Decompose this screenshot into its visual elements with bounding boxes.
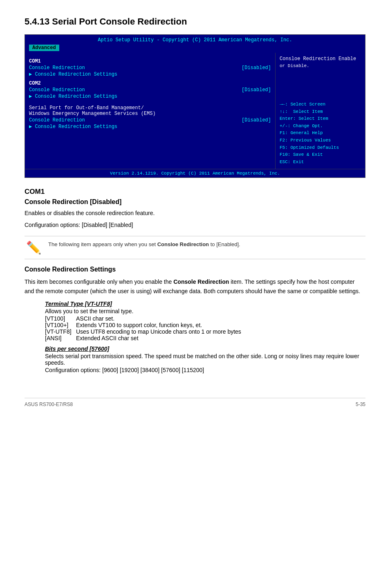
- page-footer: ASUS RS700-E7/RS8 5-35: [25, 398, 365, 407]
- bios-com1-redirection-label: Console Redirection: [29, 65, 85, 71]
- bios-ems-redirection[interactable]: Console Redirection [Disabled]: [29, 117, 271, 123]
- bios-com2-redirection-value: [Disabled]: [242, 87, 271, 93]
- bios-com2-redirection[interactable]: Console Redirection [Disabled]: [29, 87, 271, 93]
- terminal-type-desc: Allows you to set the terminal type.: [45, 308, 365, 314]
- vtutf8-option: [VT-UTF8] Uses UTF8 encoding to map Unic…: [45, 328, 365, 335]
- bits-per-second-setting: Bits per second [57600] Selects serial p…: [45, 346, 365, 373]
- bios-key-plusminus: +/-: Change Opt.: [280, 123, 361, 130]
- bios-help-title: Consloe Redirection Enable: [280, 56, 361, 62]
- bios-key-f1: F1: General Help: [280, 130, 361, 137]
- bios-key-f2: F2: Previous Values: [280, 137, 361, 144]
- bios-com2-redirection-label: Console Redirection: [29, 87, 85, 93]
- bios-keys: →←: Select Screen ↑↓: Select Item Enter:…: [280, 101, 361, 166]
- bios-ems-redirection-label: Console Redirection: [29, 117, 85, 123]
- ansi-val: Extended ASCII char set: [76, 335, 139, 341]
- note-box: ✏️ The following item appears only when …: [25, 236, 365, 259]
- console-settings-heading: Console Redirection Settings: [25, 266, 365, 273]
- ansi-key: [ANSI]: [45, 335, 74, 341]
- note-text-prefix: The following item appears only when you…: [48, 241, 157, 247]
- bios-left-panel: COM1 Console Redirection [Disabled] Cons…: [25, 53, 275, 169]
- console-settings-desc-prefix: This item becomes configurable only when…: [25, 278, 173, 285]
- bios-com1-redirection[interactable]: Console Redirection [Disabled]: [29, 65, 271, 71]
- note-text-suffix: to [Enabled].: [209, 241, 240, 247]
- bios-body: COM1 Console Redirection [Disabled] Cons…: [25, 53, 365, 169]
- bios-help-title2: or Disable.: [280, 63, 361, 68]
- bios-key-enter: Enter: Select Item: [280, 115, 361, 123]
- terminal-type-title: Terminal Type [VT-UTF8]: [45, 301, 365, 307]
- bios-ems-settings[interactable]: Console Redirection Settings: [29, 123, 271, 130]
- vt100plus-val: Extends VT100 to support color, function…: [76, 322, 202, 328]
- com1-description: Enables or disables the console redirect…: [25, 209, 365, 218]
- bits-desc: Selects serial port transmission speed. …: [45, 353, 365, 366]
- bios-screen: Aptio Setup Utility - Copyright (C) 2011…: [25, 34, 365, 178]
- vt100plus-key: [VT100+]: [45, 322, 74, 328]
- bios-com2-settings[interactable]: Console Redirection Settings: [29, 93, 271, 99]
- vt100plus-option: [VT100+] Extends VT100 to support color,…: [45, 322, 365, 328]
- bios-right-panel: Consloe Redirection Enable or Disable. →…: [275, 53, 365, 169]
- com1-subheading: Console Redirection [Disabled]: [25, 198, 365, 206]
- note-icon: ✏️: [25, 240, 43, 255]
- bios-com1-redirection-value: [Disabled]: [242, 65, 271, 71]
- vt100-val: ASCII char set.: [76, 315, 114, 322]
- com1-heading: COM1: [25, 188, 365, 196]
- console-settings-desc-bold: Console Redirection: [173, 278, 229, 285]
- vtutf8-key: [VT-UTF8]: [45, 328, 74, 335]
- bits-config: Configuration options: [9600] [19200] [3…: [45, 367, 365, 373]
- bios-ems-heading2: Windows Emergency Management Services (E…: [29, 111, 271, 117]
- bios-tab-row: Advanced: [25, 44, 365, 53]
- bits-title: Bits per second [57600]: [45, 346, 365, 352]
- bios-key-item: ↑↓: Select Item: [280, 108, 361, 116]
- com1-config-options: Configuration options: [Disabled] [Enabl…: [25, 221, 365, 229]
- ansi-option: [ANSI] Extended ASCII char set: [45, 335, 365, 341]
- console-settings-body: This item becomes configurable only when…: [25, 277, 365, 296]
- bios-com2-label: COM2: [29, 81, 271, 86]
- vtutf8-val: Uses UTF8 encoding to map Unicode chars …: [76, 328, 241, 335]
- bios-header: Aptio Setup Utility - Copyright (C) 2011…: [25, 35, 365, 44]
- page-title: 5.4.13 Serial Port Console Redirection: [25, 16, 365, 27]
- bios-ems-redirection-value: [Disabled]: [242, 117, 271, 123]
- note-text: The following item appears only when you…: [48, 240, 240, 249]
- footer-left: ASUS RS700-E7/RS8: [25, 402, 73, 407]
- bios-com1-label: COM1: [29, 58, 271, 64]
- bios-ems-heading: Serial Port for Out-of-Band Management/: [29, 105, 271, 111]
- bios-key-f5: F5: Optimized Defaults: [280, 144, 361, 152]
- bios-key-f10: F10: Save & Exit: [280, 151, 361, 159]
- bios-com1-settings[interactable]: Console Redirection Settings: [29, 71, 271, 77]
- terminal-type-setting: Terminal Type [VT-UTF8] Allows you to se…: [45, 301, 365, 341]
- bios-key-screen: →←: Select Screen: [280, 101, 361, 108]
- bios-key-esc: ESC: Exit: [280, 159, 361, 166]
- vt100-key: [VT100]: [45, 315, 74, 322]
- note-text-bold: Consloe Redirection: [157, 241, 209, 247]
- bios-footer: Version 2.14.1219. Copyright (C) 2011 Am…: [25, 169, 365, 177]
- terminal-type-options: [VT100] ASCII char set. [VT100+] Extends…: [45, 315, 365, 341]
- vt100-option: [VT100] ASCII char set.: [45, 315, 365, 322]
- bios-tab-advanced[interactable]: Advanced: [29, 45, 59, 51]
- footer-right: 5-35: [356, 402, 365, 407]
